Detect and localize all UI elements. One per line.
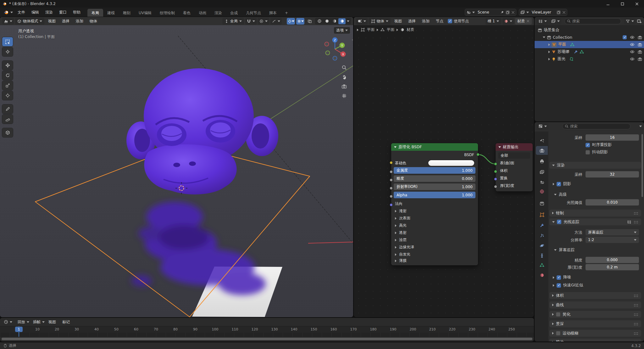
object-name[interactable]: 平面	[558, 42, 566, 47]
ior-slider[interactable]: 折射率(IOR) 1.000	[394, 183, 475, 190]
render-samples-field[interactable]: 32	[586, 171, 639, 177]
dof-panel-header[interactable]: 景深	[549, 320, 641, 327]
raytracing-method-dropdown[interactable]: 屏幕追踪	[586, 229, 639, 235]
shadows-checkbox[interactable]	[557, 182, 561, 186]
tab-object-properties[interactable]	[536, 210, 548, 219]
tab-particle-properties[interactable]	[536, 231, 548, 240]
current-frame-badge[interactable]: 1	[15, 327, 23, 332]
expand-icon[interactable]	[548, 58, 550, 60]
raytracing-panel-header[interactable]: 光线追踪	[549, 218, 641, 225]
zoom-icon[interactable]	[341, 65, 347, 70]
render-camera-icon[interactable]	[638, 42, 642, 47]
expand-icon[interactable]	[543, 37, 545, 38]
socket-metallic[interactable]	[390, 170, 393, 173]
new-scene-icon[interactable]	[506, 10, 510, 14]
thickness-field[interactable]: 0.2 m	[586, 264, 639, 270]
socket-volume[interactable]	[494, 170, 497, 173]
breadcrumb-material[interactable]: 材质	[407, 27, 414, 32]
tab-uv-editing[interactable]: UV编辑	[135, 9, 156, 17]
transform-orientation[interactable]: 全局	[222, 18, 244, 25]
temporal-reprojection-row[interactable]: 时序重投影	[586, 142, 612, 148]
show-gizmo-toggle[interactable]	[287, 18, 295, 25]
socket-base-color[interactable]	[390, 161, 393, 164]
tool-select-box[interactable]	[2, 37, 13, 46]
advanced-section[interactable]: 高级	[554, 192, 567, 197]
section-diffuse[interactable]: 漫射	[391, 207, 478, 215]
show-overlays-toggle[interactable]	[296, 18, 304, 25]
jitter-shadows-row[interactable]: 抖动阴影	[586, 149, 608, 155]
unlink-material-icon[interactable]	[526, 20, 530, 23]
tab-shading[interactable]: 着色	[179, 9, 195, 17]
tab-texture-paint[interactable]: 纹理绘制	[156, 9, 179, 17]
menu-file[interactable]: 文件	[14, 8, 28, 17]
tab-add-workspace[interactable]: +	[281, 9, 292, 17]
tab-geometry-nodes[interactable]: 几何节点	[242, 9, 265, 17]
maximize-button[interactable]	[615, 0, 630, 8]
use-nodes-toggle[interactable]: 使用节点	[448, 19, 469, 24]
navigation-gizmo[interactable]: Z Y X	[321, 35, 349, 62]
timeline-ruler[interactable]: 10 20 30 40 50 60 70 80 90 100 110 120 1…	[0, 326, 534, 333]
axis-neg-z[interactable]	[333, 56, 337, 60]
object-name[interactable]: 苏珊娜	[558, 49, 569, 54]
properties-editor[interactable]: 采样 16 时序重投影 抖动阴影 渲染 32 采样 阴影 高级 光照阈值 0.0…	[535, 122, 644, 341]
tab-render-properties[interactable]	[536, 146, 548, 155]
jitter-checkbox[interactable]	[586, 150, 590, 155]
viewport-menu-view[interactable]: 视图	[46, 17, 58, 25]
timeline[interactable]: 回放 插帧 视图 标记 1 起始 1	[0, 318, 534, 341]
denoise-row[interactable]: 降噪	[553, 275, 571, 280]
material-slot-selector[interactable]: 槽 1	[486, 18, 501, 25]
row-object-arealight[interactable]: 面光	[535, 55, 644, 63]
row-scene-collection[interactable]: 场景集合	[535, 26, 644, 34]
outliner-search-input[interactable]	[572, 19, 607, 23]
base-color-swatch[interactable]	[428, 160, 474, 166]
section-transmission[interactable]: 透射	[391, 229, 478, 236]
scene-icon[interactable]	[466, 10, 471, 14]
tab-sculpting[interactable]: 雕刻	[119, 9, 135, 17]
section-coat[interactable]: 涂层	[391, 236, 478, 244]
hide-eye-icon[interactable]	[630, 57, 635, 61]
tool-annotate[interactable]	[2, 104, 13, 114]
tool-rotate[interactable]	[2, 71, 13, 80]
render-camera-icon[interactable]	[638, 57, 642, 61]
tab-scene-properties[interactable]	[536, 177, 548, 186]
falloff-button[interactable]	[270, 18, 282, 25]
clamp-panel-header[interactable]: 钳制	[549, 210, 641, 217]
simplify-panel-header[interactable]: 简化	[549, 311, 641, 318]
film-panel-header[interactable]: 胶片	[549, 339, 641, 341]
scene-dropdown-icon[interactable]	[472, 12, 475, 13]
socket-ior[interactable]	[390, 187, 393, 190]
tab-collection-properties[interactable]	[536, 199, 548, 208]
fast-gi-row[interactable]: 快速GI近似	[553, 283, 583, 288]
timeline-menu-view[interactable]: 视图	[46, 318, 58, 326]
menu-edit[interactable]: 编辑	[28, 8, 42, 17]
close-button[interactable]	[630, 0, 644, 8]
section-sheen[interactable]: 边缘光泽	[391, 244, 478, 251]
tab-scripting[interactable]: 脚本	[265, 9, 281, 17]
expand-icon[interactable]	[548, 43, 550, 46]
pan-hand-icon[interactable]	[341, 74, 347, 80]
expand-icon[interactable]	[548, 51, 550, 53]
resolution-dropdown[interactable]: 1:2	[586, 237, 639, 243]
section-emission[interactable]: 自发光	[391, 251, 478, 258]
fast-gi-checkbox[interactable]	[557, 283, 561, 288]
bsdf-node-header[interactable]: 原理化 BSDF	[391, 143, 478, 151]
menu-help[interactable]: 帮助	[70, 8, 84, 17]
output-target-dropdown[interactable]: 全部	[498, 152, 530, 159]
socket-bsdf-output[interactable]	[476, 153, 480, 156]
perspective-toggle-icon[interactable]	[341, 93, 347, 99]
viewlayer-icon[interactable]	[520, 10, 525, 14]
shader-menu-select[interactable]: 选择	[406, 17, 418, 25]
outliner-filter-button[interactable]	[624, 18, 636, 25]
socket-roughness[interactable]	[390, 178, 393, 182]
shading-solid[interactable]	[323, 18, 330, 24]
new-viewlayer-icon[interactable]	[557, 10, 561, 14]
tool-transform[interactable]	[2, 91, 13, 100]
tab-physics-properties[interactable]	[536, 241, 548, 250]
tool-add-cube[interactable]	[2, 128, 13, 137]
shading-material-preview[interactable]	[331, 18, 338, 24]
section-thin-film[interactable]: 薄膜	[391, 258, 478, 265]
suzanne-monkey[interactable]	[126, 68, 278, 194]
node-canvas[interactable]: 平面 平面 材质 原理化 BSDF BSDF	[354, 25, 534, 317]
tab-output-properties[interactable]	[536, 157, 548, 166]
node-principled-bsdf[interactable]: 原理化 BSDF BSDF 基础色 金属度 1.000 糙度 0.000	[391, 143, 478, 265]
